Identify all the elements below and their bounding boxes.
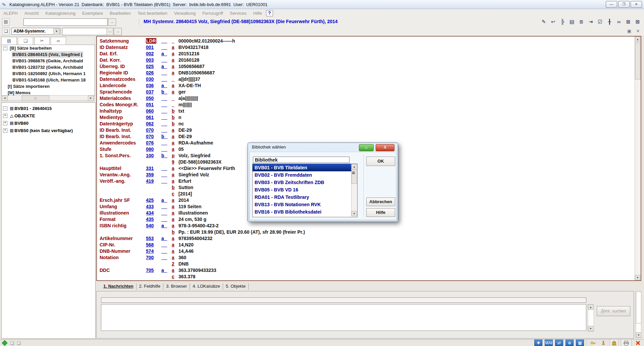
copy-tab-icon[interactable]: ❏ [18,37,33,45]
field-tag[interactable]: 051 [146,102,161,108]
field-indicators[interactable] [161,184,172,191]
undo-icon[interactable]: ↩ [549,18,557,25]
subfield-code[interactable]: 9 [172,159,178,165]
subfield-code[interactable]: _ [172,38,178,44]
subfield-code[interactable]: a [172,178,178,184]
field-value[interactable]: 14,N20 [178,242,194,248]
subfield-code[interactable]: b [172,121,178,127]
scroll-down-icon[interactable]: ▼ [635,275,640,280]
field-indicators[interactable]: __ [161,216,172,223]
field-value[interactable]: 00000cM2.01200024------h [178,38,235,44]
expander-icon[interactable]: + [3,128,7,133]
field-value[interactable]: XA-DE-TH [178,82,201,89]
field-indicators[interactable]: __ [161,108,172,114]
scroll-down-icon[interactable]: ▼ [636,332,641,338]
subfield-code[interactable]: a [172,216,178,223]
field-value[interactable]: DNB [178,261,189,267]
record-go-button[interactable]: → [108,18,116,26]
table-icon[interactable]: ▦ [576,340,584,346]
field-tag[interactable] [146,261,161,267]
field-tag[interactable]: 070 [146,133,161,140]
messages-list-box[interactable] [101,304,586,331]
field-tag[interactable]: 540 [146,223,161,229]
field-value[interactable]: 363.37809433233 [178,267,216,274]
record-field-row[interactable]: Datenträgertyp 062 __ b nc [100,121,633,127]
field-tag[interactable] [146,229,161,235]
marc-icon[interactable]: MARC [545,340,553,346]
record-field-row[interactable]: Sprachencode 037 b_ a ger [100,89,633,95]
field-indicators[interactable]: __ [161,242,172,248]
dialog-close-button[interactable]: X [376,144,394,151]
tree-node-saetze-bearbeiten[interactable]: − [B] Sätze bearbeiten [2,45,95,51]
help-button[interactable]: Hilfe [366,208,395,217]
subfield-code[interactable]: b [172,229,178,235]
field-indicators[interactable]: a_ [161,82,172,89]
field-tag[interactable]: 061 [146,114,161,121]
field-tag[interactable] [146,191,161,197]
scrollbar-thumb[interactable]: ||| [22,96,49,101]
weight-icon[interactable] [599,340,607,346]
record-page-icon[interactable]: ❏ [17,341,21,346]
sync-arrows-icon[interactable]: ⇄ [555,340,563,346]
field-value[interactable]: Sutton [178,184,193,191]
close-all-icon[interactable]: ⊠ [634,18,641,25]
similar-search-button[interactable]: Ähnl. suchen [597,306,630,316]
menu-item[interactable]: Services [226,11,250,16]
lower-pane-tab[interactable]: 4. LOKalsätze [190,283,223,290]
field-value[interactable]: 9783954004232 [178,235,212,242]
subfield-code[interactable]: a [172,172,178,178]
field-indicators[interactable]: __ [161,38,172,44]
field-value[interactable]: Erfurt [178,178,191,184]
field-indicators[interactable]: __ [161,76,172,82]
field-value[interactable]: 2014 [178,197,189,204]
library-list-item[interactable]: BVB13 - BVB Notationen RVK [253,201,357,208]
field-tag[interactable]: 359 [146,172,161,178]
dock-icon[interactable]: ▣ [626,28,633,35]
record-field-row[interactable]: DNB-Nummer 574 __ a 14,A46 [100,248,633,254]
search-tab-icon[interactable]: ∞ [51,37,66,45]
subfield-code[interactable]: a [172,242,178,248]
field-value[interactable]: RDA-Aufnahme [178,140,213,146]
tree-record-item[interactable]: BVB01-18250892 (Ulich, Hermann 1 [2,70,95,77]
field-indicators[interactable] [161,229,172,235]
field-value[interactable]: DE-29 [178,133,192,140]
field-indicators[interactable]: __ [161,140,172,146]
record-field-row[interactable]: CIP-Nr. 568 __ a 14,N20 [100,242,633,248]
subfield-code[interactable]: a [172,127,178,133]
field-value[interactable]: DE-29 [178,127,192,133]
field-value[interactable]: 14,A46 [178,248,194,254]
subfield-code[interactable]: _ [172,102,178,108]
field-indicators[interactable]: b_ [161,89,172,95]
field-tag[interactable] [146,274,161,280]
field-indicators[interactable]: __ [161,57,172,63]
field-indicators[interactable]: __ [161,165,172,172]
menu-item[interactable]: Exemplare [79,11,106,16]
field-indicators[interactable]: __ [161,121,172,127]
field-indicators[interactable]: __ [161,210,172,216]
field-tag[interactable]: 060 [146,108,161,114]
lower-pane-tab[interactable]: 2. Feldhilfe [137,283,164,290]
field-tag[interactable]: 025 [146,63,161,70]
record-page-icon[interactable]: ❏ [10,341,14,346]
field-value[interactable]: 363.378 [178,274,196,280]
expander-icon[interactable]: - [3,106,7,111]
record-field-row[interactable]: Artikelnummer 553 a_ a 9783954004232 [100,235,633,242]
lower-pane-scrollbar[interactable]: ▼ [636,291,641,338]
check-icon[interactable]: ☑ [596,18,604,25]
field-indicators[interactable]: a_ [161,223,172,229]
subfield-code[interactable]: a [172,254,178,261]
field-indicators[interactable]: __ [161,146,172,153]
lower-pane-tab[interactable]: 5. Objekte [223,283,249,290]
cancel-button[interactable]: Abbrechen [366,197,395,206]
scroll-right-icon[interactable]: ► [88,96,94,101]
record-field-row[interactable]: Dat. Erf. 002 a_ a 20151216 [100,51,633,57]
subfield-code[interactable]: a [172,70,178,76]
sidebar-horizontal-scrollbar[interactable]: ◄ ||| ► [1,95,94,101]
subfield-code[interactable]: a [172,235,178,242]
field-indicators[interactable]: __ [161,102,172,108]
library-list-item[interactable]: BVB01 - BVB Titeldaten [253,164,357,171]
field-tag[interactable]: 435 [146,216,161,223]
field-indicators[interactable]: __ [161,204,172,210]
record-field-row[interactable]: c 363.378 [100,274,633,280]
scroll-up-icon[interactable]: ▲ [635,37,640,42]
